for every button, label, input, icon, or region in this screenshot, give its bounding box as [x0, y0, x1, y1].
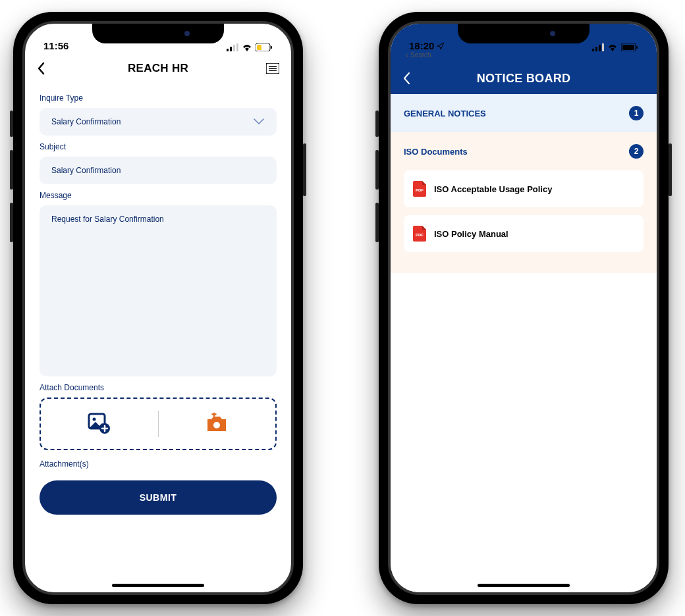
- count-badge: 2: [629, 144, 644, 159]
- section-iso-documents[interactable]: ISO Documents 2: [391, 132, 657, 170]
- battery-icon: [621, 43, 638, 51]
- phone-mockup-right: 18:20 Search: [379, 12, 669, 604]
- status-icons: [227, 43, 273, 51]
- svg-rect-2: [233, 45, 235, 51]
- status-time: 18:20: [409, 40, 434, 51]
- battery-icon: [256, 43, 273, 51]
- attach-documents-label: Attach Documents: [40, 383, 277, 392]
- chevron-left-icon: [402, 72, 410, 85]
- svg-rect-3: [236, 43, 238, 51]
- camera-add-icon: [204, 413, 230, 435]
- cellular-icon: [592, 43, 604, 51]
- chevron-left-icon: [37, 62, 45, 75]
- document-item[interactable]: PDF ISO Policy Manual: [404, 215, 644, 252]
- svg-rect-17: [599, 45, 601, 51]
- message-label: Message: [40, 191, 277, 200]
- svg-point-14: [213, 422, 220, 428]
- back-button[interactable]: [402, 72, 410, 85]
- svg-rect-18: [602, 43, 604, 51]
- inquire-type-value: Salary Confirmation: [51, 117, 121, 126]
- chevron-left-icon: [405, 53, 409, 58]
- home-indicator[interactable]: [112, 584, 204, 587]
- back-button[interactable]: [37, 62, 45, 75]
- page-title: NOTICE BOARD: [477, 72, 571, 86]
- wifi-icon: [607, 43, 618, 51]
- svg-rect-1: [230, 47, 232, 51]
- section-general-notices[interactable]: GENERAL NOTICES 1: [391, 94, 657, 132]
- attach-area: [40, 398, 277, 450]
- back-app-label: Search: [410, 51, 431, 59]
- chevron-down-icon: [253, 118, 265, 126]
- subject-label: Subject: [40, 142, 277, 151]
- inquire-type-label: Inquire Type: [40, 93, 277, 103]
- cellular-icon: [227, 43, 238, 51]
- section-title: ISO Documents: [404, 147, 468, 157]
- back-to-app[interactable]: Search: [391, 51, 657, 59]
- svg-text:PDF: PDF: [416, 233, 424, 237]
- attach-image-button[interactable]: [41, 413, 158, 435]
- list-button[interactable]: [266, 63, 279, 74]
- inquire-type-select[interactable]: Salary Confirmation: [40, 108, 277, 136]
- svg-rect-0: [227, 49, 229, 51]
- document-item[interactable]: PDF ISO Acceptable Usage Policy: [404, 170, 644, 207]
- header: NOTICE BOARD: [391, 59, 657, 94]
- iso-document-list: PDF ISO Acceptable Usage Policy PDF ISO …: [391, 170, 657, 273]
- document-name: ISO Policy Manual: [434, 229, 508, 239]
- svg-text:PDF: PDF: [416, 188, 424, 192]
- count-badge: 1: [629, 106, 644, 120]
- phone-mockup-left: 11:56 REACH HR Inquire Type: [13, 12, 303, 604]
- empty-area: [391, 273, 657, 592]
- message-textarea[interactable]: Request for Salary Confirmation: [40, 205, 277, 376]
- status-icons: [592, 43, 638, 51]
- svg-point-12: [92, 418, 96, 421]
- attach-camera-button[interactable]: [159, 413, 276, 435]
- document-name: ISO Acceptable Usage Policy: [434, 184, 552, 194]
- notch: [458, 24, 589, 43]
- svg-rect-15: [592, 49, 594, 51]
- message-value: Request for Salary Confirmation: [51, 215, 164, 224]
- svg-rect-6: [257, 45, 261, 50]
- attachments-label: Attachment(s): [40, 459, 277, 469]
- svg-rect-20: [636, 46, 638, 49]
- header: REACH HR: [25, 53, 291, 84]
- svg-rect-16: [595, 47, 597, 51]
- list-icon: [266, 63, 279, 74]
- status-time: 11:56: [43, 40, 68, 51]
- wifi-icon: [242, 43, 252, 51]
- section-title: GENERAL NOTICES: [404, 109, 486, 118]
- submit-button[interactable]: SUBMIT: [40, 480, 277, 515]
- page-title: REACH HR: [128, 62, 188, 75]
- svg-rect-5: [271, 46, 272, 49]
- submit-label: SUBMIT: [140, 492, 177, 503]
- svg-rect-21: [622, 45, 634, 50]
- pdf-icon: PDF: [413, 226, 426, 242]
- location-icon: [437, 42, 445, 50]
- notch: [92, 24, 224, 43]
- pdf-icon: PDF: [413, 181, 426, 197]
- image-add-icon: [88, 413, 111, 435]
- home-indicator[interactable]: [478, 584, 570, 587]
- subject-input[interactable]: Salary Confirmation: [40, 157, 277, 184]
- subject-value: Salary Confirmation: [51, 166, 121, 175]
